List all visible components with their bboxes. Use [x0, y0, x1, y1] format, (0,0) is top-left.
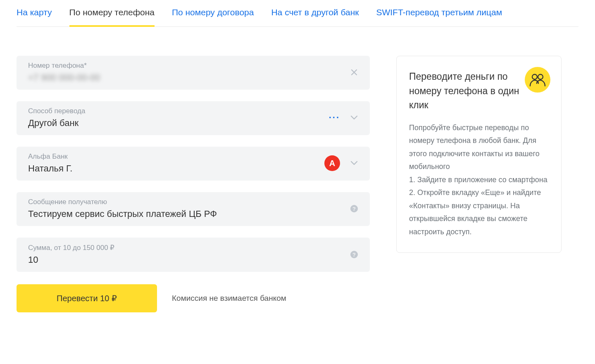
tab-swift[interactable]: SWIFT-перевод третьим лицам — [376, 7, 502, 26]
chevron-down-icon[interactable] — [350, 159, 358, 167]
bank-recipient: Наталья Г. — [28, 163, 324, 174]
svg-text:?: ? — [352, 206, 356, 212]
svg-point-5 — [538, 74, 543, 79]
phone-value: +7 900 000-00-00 — [28, 72, 350, 83]
amount-label: Сумма, от 10 до 150 000 ₽ — [28, 243, 350, 252]
svg-text:?: ? — [352, 252, 356, 258]
method-more-icon[interactable]: ··· — [329, 116, 340, 120]
tab-by-contract[interactable]: По номеру договора — [172, 7, 254, 26]
tab-by-phone[interactable]: По номеру телефона — [69, 7, 155, 26]
info-body: Попробуйте быстрые переводы по номеру те… — [409, 121, 549, 239]
info-card: Переводите деньги по номеру телефона в о… — [396, 56, 562, 253]
submit-transfer-button[interactable]: Перевести 10 ₽ — [17, 284, 157, 312]
transfer-form: Номер телефона* +7 900 000-00-00 Способ … — [17, 56, 370, 312]
clear-phone-icon[interactable] — [350, 68, 358, 76]
tab-other-bank-account[interactable]: На счет в другой банк — [271, 7, 359, 26]
tab-to-card[interactable]: На карту — [17, 7, 52, 26]
transfer-tabs: На карту По номеру телефона По номеру до… — [17, 0, 578, 27]
method-label: Способ перевода — [28, 107, 329, 115]
chevron-down-icon[interactable] — [350, 114, 358, 122]
help-icon[interactable]: ? — [350, 205, 358, 213]
amount-field[interactable]: Сумма, от 10 до 150 000 ₽ 10 ? — [17, 238, 370, 272]
message-field[interactable]: Сообщение получателю Тестируем сервис бы… — [17, 192, 370, 226]
alfa-bank-badge-icon: A — [324, 155, 340, 171]
method-field[interactable]: Способ перевода Другой банк ··· — [17, 101, 370, 135]
svg-point-4 — [532, 74, 537, 79]
bank-field[interactable]: Альфа Банк Наталья Г. A — [17, 147, 370, 181]
help-icon[interactable]: ? — [350, 250, 358, 259]
phone-label: Номер телефона* — [28, 62, 350, 70]
amount-value: 10 — [28, 255, 350, 265]
commission-text: Комиссия не взимается банком — [172, 294, 286, 303]
message-label: Сообщение получателю — [28, 198, 350, 206]
message-value: Тестируем сервис быстрых платежей ЦБ РФ — [28, 209, 350, 219]
info-people-icon — [525, 67, 550, 93]
method-value: Другой банк — [28, 118, 329, 128]
phone-field[interactable]: Номер телефона* +7 900 000-00-00 — [17, 56, 370, 90]
bank-label: Альфа Банк — [28, 152, 324, 161]
